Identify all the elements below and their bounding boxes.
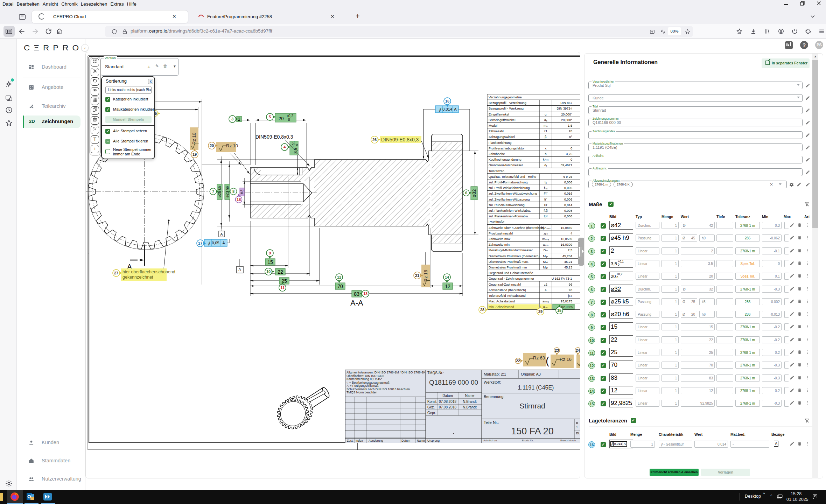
svg-text:0,014: 0,014 (442, 107, 452, 111)
svg-text:96: 96 (569, 283, 572, 286)
svg-text:70: 70 (337, 284, 343, 289)
svg-text:Q181169 000 00: Q181169 000 00 (429, 379, 478, 386)
svg-text:TMQS-Nr.:: TMQS-Nr.: (427, 371, 444, 375)
svg-text:DIN509-E0,8x0,3: DIN509-E0,8x0,3 (381, 137, 419, 142)
svg-text:15: 15 (267, 259, 273, 265)
svg-text:92,9825: 92,9825 (561, 305, 573, 309)
svg-text:Bezugsprofil - Werkzeug: Bezugsprofil - Werkzeug (489, 107, 524, 110)
svg-text:Gegenrad - Zeichnungsnummer: Gegenrad - Zeichnungsnummer (489, 277, 534, 280)
svg-text:45,13: 45,13 (564, 266, 572, 269)
svg-text:16,0309: 16,0309 (561, 243, 572, 246)
svg-text:Zust.: Zust. (347, 439, 354, 442)
svg-text:Rz 10: Rz 10 (191, 133, 197, 145)
svg-text:(: ( (546, 355, 549, 366)
svg-text:Bl.: Bl. (576, 432, 580, 435)
svg-text:0,05: 0,05 (212, 241, 219, 245)
svg-text:0: 0 (288, 118, 290, 122)
svg-text:A: A (220, 232, 223, 236)
svg-text:zul. Rundlaufabweichung: zul. Rundlaufabweichung (489, 203, 525, 207)
svg-text:A-A: A-A (350, 299, 363, 307)
svg-text:Allgmeintoleranzen: DIN ISO 27: Allgmeintoleranzen: DIN ISO 2768-1M / DI… (346, 371, 426, 374)
svg-text:20: 20 (279, 116, 284, 121)
svg-text:Toleranzen: Toleranzen (489, 169, 504, 173)
svg-text:zul. Zweiflanken-Wälzsprung: zul. Zweiflanken-Wälzsprung (489, 198, 530, 201)
svg-text:fₕₐ: fₕₐ (544, 186, 547, 190)
svg-text:16: 16 (445, 99, 449, 103)
svg-text:zul. Profil-Winkelabweichung: zul. Profil-Winkelabweichung (489, 186, 530, 190)
svg-text:Zahnweite min.: Zahnweite min. (489, 243, 510, 246)
svg-text:W₮ₘₑₒ: W₮ₘₑₒ (541, 226, 551, 230)
svg-text:0,005: 0,005 (564, 186, 572, 190)
svg-text:28: 28 (480, 308, 484, 312)
svg-text:Fi": Fi" (544, 192, 548, 195)
svg-text:Original: A3: Original: A3 (521, 372, 541, 376)
svg-text:27: 27 (114, 271, 118, 275)
svg-text:0,006: 0,006 (564, 215, 572, 218)
svg-text:1,5: 1,5 (568, 124, 572, 127)
svg-text:Messkugel-Rollendurchmesser: Messkugel-Rollendurchmesser (489, 248, 533, 252)
svg-text:12: 12 (445, 284, 450, 289)
svg-text:DIN 867: DIN 867 (560, 101, 572, 105)
svg-text:Qualität, Toleranzfeld und - R: Qualität, Toleranzfeld und - Reihe (489, 175, 536, 178)
svg-text:M8: M8 (240, 189, 244, 194)
svg-text:45,284: 45,284 (562, 254, 572, 258)
svg-text:Name: Name (417, 439, 425, 442)
svg-text:24: 24 (576, 348, 580, 352)
svg-text:9: 9 (269, 251, 271, 255)
svg-text:Werkstoff:: Werkstoff: (484, 380, 501, 384)
svg-text:Achnlich zu:: Achnlich zu: (483, 439, 497, 442)
svg-text:zₚₙ: zₚₙ (544, 232, 548, 235)
svg-text:DIN509-E0,8x0,3: DIN509-E0,8x0,3 (255, 134, 293, 140)
svg-text:Mₐₖ: Mₐₖ (543, 266, 548, 269)
svg-text:21: 21 (415, 273, 419, 278)
svg-text:07.08.2018: 07.08.2018 (439, 405, 456, 409)
svg-text:150 FA 20: 150 FA 20 (511, 426, 554, 436)
svg-text:Name: Name (465, 394, 475, 398)
svg-text:fₕβ: fₕβ (544, 209, 548, 212)
svg-text:Kantenbrechung 0,2 x 45°: Kantenbrechung 0,2 x 45° (346, 377, 382, 381)
svg-text:Gegenrad und Gehaeusemaße: Gegenrad und Gehaeusemaße (489, 271, 533, 275)
svg-text:6 e 25: 6 e 25 (563, 175, 572, 178)
svg-text:3,5: 3,5 (293, 148, 298, 154)
svg-text:aₘₖₓ: aₘₖₓ (542, 300, 549, 303)
svg-text:Diametrales Pruefmaß max.: Diametrales Pruefmaß max. (489, 260, 528, 264)
svg-text:6: 6 (465, 191, 467, 195)
svg-text:zul. Flankenlinien-Formabw.: zul. Flankenlinien-Formabw. (489, 215, 528, 218)
svg-text:k*m: k*m (543, 158, 548, 161)
svg-text:22: 22 (516, 359, 520, 363)
svg-text:2,5: 2,5 (568, 248, 572, 252)
svg-text:z1: z1 (544, 130, 547, 133)
svg-text:Eingriffswinkel: Eingriffswinkel (489, 113, 509, 116)
svg-text:gekennzeichnet: gekennzeichnet (122, 275, 153, 280)
svg-text:19: 19 (192, 152, 197, 156)
svg-text:17: 17 (198, 241, 202, 245)
svg-text:Rz 10: Rz 10 (226, 143, 238, 148)
svg-text:+0,1: +0,1 (292, 141, 295, 147)
svg-text:hier oberflaechenschonend: hier oberflaechenschonend (122, 270, 175, 274)
svg-text:Diametrales Pruefmaß (theoreti: Diametrales Pruefmaß (theoretisch) (489, 254, 540, 258)
svg-text:Rz 16: Rz 16 (423, 270, 428, 282)
svg-text:26: 26 (372, 138, 377, 142)
svg-text:Max. Achsabstand: Max. Achsabstand (489, 300, 515, 303)
svg-text:14: 14 (445, 275, 449, 279)
svg-text:Stirneingriffswinkel: Stirneingriffswinkel (489, 118, 515, 122)
svg-text:fₒ: fₒ (545, 181, 547, 184)
svg-text:β: β (545, 135, 546, 139)
svg-text:αₐ: αₐ (544, 118, 547, 122)
svg-text:mₙ: mₙ (544, 124, 548, 127)
svg-text:83: 83 (354, 291, 359, 297)
svg-text:Zahnweite über n Zaehne (theor: Zahnweite über n Zaehne (theoretisch) (489, 226, 544, 230)
svg-text:-: - (571, 141, 572, 145)
svg-text:Stirnrad: Stirnrad (519, 402, 545, 410)
svg-text:29: 29 (538, 309, 542, 314)
svg-text:0: 0 (570, 158, 572, 161)
svg-text:Min. Achsabstand: Min. Achsabstand (489, 305, 514, 309)
svg-text:16,0869: 16,0869 (561, 226, 572, 230)
svg-text:wₘₖₓ: wₘₖₓ (542, 237, 549, 241)
svg-text:12: 12 (337, 275, 341, 279)
svg-text:0°: 0° (569, 135, 572, 139)
svg-text:23: 23 (555, 348, 559, 352)
svg-text:h: h (545, 152, 546, 156)
svg-text:8: 8 (232, 189, 234, 194)
svg-text:N.Brandt: N.Brandt (463, 400, 477, 404)
